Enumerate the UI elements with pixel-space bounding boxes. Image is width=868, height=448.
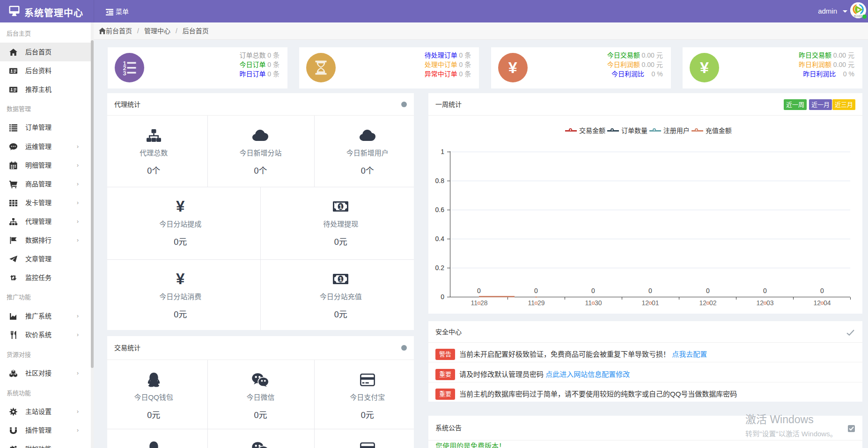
svg-text:腾讯视频: 腾讯视频	[854, 15, 863, 18]
svg-text:12: 12	[699, 299, 706, 307]
svg-text:1: 1	[339, 203, 342, 210]
svg-text:0: 0	[591, 287, 595, 294]
svg-text:04: 04	[824, 299, 831, 307]
svg-text:12: 12	[756, 299, 764, 307]
svg-text:11: 11	[471, 299, 478, 307]
svg-text:0: 0	[441, 293, 444, 301]
svg-text:0: 0	[763, 287, 767, 294]
svg-text:0: 0	[477, 287, 481, 294]
svg-text:12: 12	[641, 299, 649, 307]
svg-text:11: 11	[585, 299, 592, 307]
svg-text:12: 12	[813, 299, 821, 307]
svg-text:29: 29	[537, 299, 545, 307]
svg-text:01: 01	[652, 299, 659, 307]
svg-text:0: 0	[534, 287, 538, 294]
svg-text:03: 03	[766, 299, 774, 307]
svg-text:30: 30	[595, 299, 602, 307]
svg-text:0.2: 0.2	[435, 264, 445, 272]
svg-text:02: 02	[709, 299, 717, 307]
svg-text:0: 0	[706, 287, 710, 294]
svg-text:1: 1	[441, 148, 444, 155]
svg-text:0: 0	[820, 287, 824, 294]
svg-text:0: 0	[648, 287, 652, 294]
svg-text:3: 3	[123, 70, 126, 77]
svg-text:0.8: 0.8	[435, 177, 445, 184]
svg-text:1: 1	[339, 276, 342, 283]
svg-text:28: 28	[480, 299, 488, 307]
svg-text:11: 11	[528, 299, 535, 307]
svg-text:0.4: 0.4	[435, 235, 445, 242]
svg-text:0.6: 0.6	[435, 206, 445, 213]
